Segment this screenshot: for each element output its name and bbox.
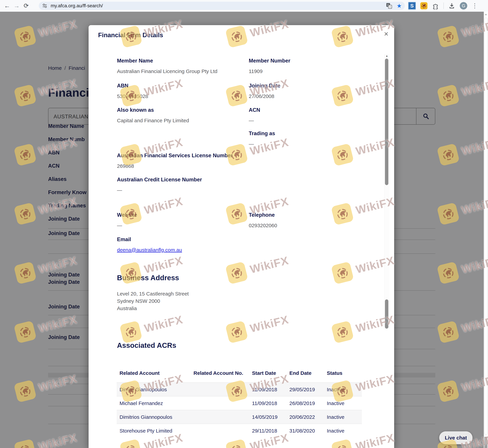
live-chat-button[interactable]: Live chat — [439, 431, 472, 444]
business-address-heading: Business Address — [117, 274, 179, 282]
business-address-line: Australia — [117, 305, 189, 312]
acr-cell: 11/09/2018 — [252, 387, 277, 392]
acr-column-header: Related Account — [120, 370, 160, 376]
firm-field-value: 27/06/2008 — [249, 93, 371, 99]
firm-field-label: Australian Financial Services License Nu… — [117, 152, 240, 159]
business-address-line: Sydney NSW 2000 — [117, 297, 189, 305]
close-icon[interactable]: ✕ — [384, 31, 389, 37]
acr-cell: 11/09/2018 — [252, 400, 277, 406]
acr-cell: Storehouse Pty Limited — [120, 428, 172, 434]
reload-icon[interactable]: ⟳ — [21, 1, 31, 10]
firm-field-value: Capital and Finance Pty Limited — [117, 118, 240, 123]
business-address: Level 20, 15 Castlereagh StreetSydney NS… — [117, 290, 189, 312]
acr-cell: 29/11/2018 — [252, 428, 277, 434]
browser-toolbar: ← → ⟳ my.afca.org.au/ff-search/ G A ★ S — [0, 0, 488, 12]
acr-cell: Dimitri Giannopoulos — [120, 387, 167, 392]
firm-field-label: Member Number — [249, 58, 371, 64]
firm-field-label: ABN — [117, 83, 240, 89]
svg-text:A: A — [389, 6, 391, 8]
acr-table-row: Michael Fernandez11/09/201826/08/2019Ina… — [117, 396, 362, 410]
firm-field-label: Also known as — [117, 107, 240, 113]
acr-cell: Inactive — [327, 414, 344, 420]
firm-field: Joining Date27/06/2008 — [249, 83, 371, 99]
acr-table-body: Dimitri Giannopoulos11/09/201829/05/2019… — [117, 383, 362, 438]
firm-field: Member Number11909 — [249, 58, 371, 74]
wikifx-extension-icon[interactable] — [420, 2, 428, 9]
business-address-line: Level 20, 15 Castlereagh Street — [117, 290, 189, 297]
scroll-up-icon[interactable]: ▲ — [484, 13, 488, 16]
acr-column-header: Related Account No. — [193, 370, 243, 376]
url-text[interactable]: my.afca.org.au/ff-search/ — [51, 3, 381, 8]
modal-scrollbar-thumb[interactable] — [385, 59, 388, 185]
firm-field-label: Telephone — [249, 212, 371, 218]
translate-icon[interactable]: G A — [386, 3, 392, 9]
url-bar[interactable]: my.afca.org.au/ff-search/ G A ★ — [39, 2, 405, 10]
profile-avatar[interactable]: G — [460, 2, 467, 9]
acr-cell: 29/05/2019 — [289, 387, 315, 392]
firm-field: Australian Financial Services License Nu… — [117, 152, 240, 169]
firm-field: Trading as— — [249, 130, 371, 147]
firm-field: Emaildeena@australianflg.com.au — [117, 236, 240, 253]
bookmark-star-icon[interactable]: ★ — [397, 2, 402, 9]
acr-cell: Inactive — [327, 428, 344, 434]
modal-title: Financial Firm Details — [98, 32, 163, 39]
firm-field-label: Australian Credit License Number — [117, 177, 240, 183]
s-extension-icon[interactable]: S — [408, 2, 416, 10]
firm-field-value: — — [249, 118, 371, 123]
firm-field: ABN53095885028 — [117, 83, 240, 99]
firm-field-label: Website — [117, 212, 240, 218]
acr-table-header: Related AccountRelated Account No.Start … — [117, 370, 362, 383]
acr-cell: Dimitrios Giannopoulos — [120, 414, 172, 420]
downloads-icon[interactable] — [448, 2, 455, 9]
acr-cell: 31/08/2020 — [289, 428, 315, 434]
firm-field: Also known asCapital and Finance Pty Lim… — [117, 107, 240, 123]
window-scrollbar-track[interactable] — [484, 18, 488, 435]
acr-table-row: Dimitrios Giannopoulos14/05/201920/06/20… — [117, 410, 362, 424]
firm-field: Australian Credit License Number— — [117, 177, 240, 193]
firm-field-value: — — [117, 223, 240, 228]
acr-column-header: Status — [327, 370, 342, 376]
extensions-puzzle-icon[interactable] — [432, 2, 439, 9]
scroll-up-icon[interactable]: ▲ — [384, 54, 389, 57]
firm-field-value: deena@australianflg.com.au — [117, 247, 240, 253]
back-icon[interactable]: ← — [2, 1, 12, 10]
firm-field: Member NameAustralian Financial Licencin… — [117, 58, 240, 74]
firm-field: Telephone0293202060 — [249, 212, 371, 228]
window-scrollbar-thumb[interactable] — [484, 437, 488, 448]
acr-cell: 14/05/2019 — [252, 414, 278, 420]
firm-field-value: 11909 — [249, 68, 371, 74]
financial-firm-details-modal: Financial Firm Details ✕ Member NameAust… — [89, 25, 394, 448]
acr-table-row: Storehouse Pty Limited29/11/201831/08/20… — [117, 424, 362, 438]
forward-icon[interactable]: → — [12, 1, 21, 10]
firm-field-label: Joining Date — [249, 83, 371, 89]
window-scrollbar[interactable]: ▲ — [484, 12, 488, 448]
firm-field-value: 0293202060 — [249, 223, 371, 228]
modal-scrollbar[interactable]: ▲ — [384, 54, 389, 329]
firm-field: ACN— — [249, 107, 371, 123]
firm-field-label: Email — [117, 236, 240, 242]
associated-acrs-heading: Associated ACRs — [117, 341, 176, 350]
firm-field-label: ACN — [249, 107, 371, 113]
acr-cell: Inactive — [327, 400, 344, 406]
firm-field-value: 269868 — [117, 163, 240, 169]
firm-field-label: Trading as — [249, 130, 371, 136]
firm-field: Website— — [117, 212, 240, 228]
firm-field-value: — — [249, 141, 371, 147]
acr-cell: Inactive — [327, 387, 344, 392]
acr-table-row: Dimitri Giannopoulos11/09/201829/05/2019… — [117, 383, 362, 396]
acr-cell: 26/08/2019 — [289, 400, 315, 406]
site-settings-icon[interactable] — [42, 3, 48, 9]
email-link[interactable]: deena@australianflg.com.au — [117, 247, 182, 253]
acr-column-header: End Date — [289, 370, 312, 376]
firm-field-label: Member Name — [117, 58, 240, 64]
browser-menu-icon[interactable]: ⋮ — [472, 2, 478, 9]
firm-field-value: — — [117, 187, 240, 193]
acr-cell: 20/06/2022 — [289, 414, 315, 420]
acr-cell: Michael Fernandez — [120, 400, 163, 406]
firm-field-value: 53095885028 — [117, 93, 240, 99]
toolbar-divider — [443, 3, 444, 9]
modal-scrollbar-thumb[interactable] — [385, 299, 388, 329]
firm-field-value: Australian Financial Licencing Group Pty… — [117, 68, 240, 74]
acr-column-header: Start Date — [252, 370, 276, 376]
acr-table: Related AccountRelated Account No.Start … — [117, 370, 362, 438]
